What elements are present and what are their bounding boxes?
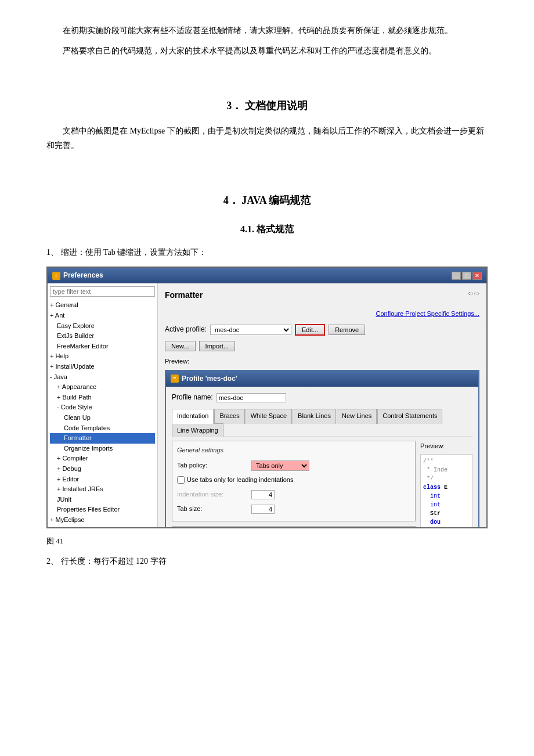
tab-control-statements[interactable]: Control Statements [377, 409, 442, 424]
tree-item[interactable]: + Appearance [50, 382, 155, 393]
preferences-dialog: = Preferences _ □ ✕ + General+ AntEasy E… [46, 267, 488, 529]
tree-item[interactable]: + Build Path [50, 393, 155, 403]
use-tabs-label: Use tabs only for leading indentations [187, 474, 293, 486]
tab-braces[interactable]: Braces [214, 409, 244, 424]
paragraph-3: 文档中的截图是在 MyEclipse 下的截图，由于是初次制定类似的规范，随着以… [46, 124, 488, 153]
profile-select[interactable]: mes-doc [210, 325, 291, 335]
tree-item[interactable]: FreeMarker Editor [50, 341, 155, 352]
tree-item[interactable]: Code Templates [50, 423, 155, 434]
list-item-2: 2、 行长度：每行不超过 120 字符 [46, 554, 488, 568]
tabs-bar: Indentation Braces White Space Blank Lin… [172, 409, 472, 438]
tree-item[interactable]: JUnit [50, 495, 155, 505]
indent-size-label: Indentation size: [177, 489, 247, 501]
tab-size-row: Tab size: [177, 503, 410, 515]
tab-size-label: Tab size: [177, 503, 247, 515]
preview-code-label: Preview: [420, 441, 472, 452]
list-item-1: 1、 缩进：使用 Tab 键缩进，设置方法如下： [46, 245, 488, 260]
profile-dialog-title: Profile 'mes-doc' [182, 373, 237, 386]
tab-policy-row: Tab policy: Tabs only [177, 460, 410, 471]
tab-blank-lines[interactable]: Blank Lines [293, 409, 336, 424]
section-3-title: 3． 文档使用说明 [46, 96, 488, 115]
section-4-title: 4． JAVA 编码规范 [46, 191, 488, 210]
profile-preview: Preview: /** * Inde */ class E int int S… [420, 441, 472, 527]
panel-title: Formatter [165, 288, 203, 303]
figure-label: 图 41 [46, 534, 488, 548]
active-profile-label: Active profile: [165, 323, 207, 336]
dialog-icon: = [52, 272, 60, 280]
paragraph-1: 在初期实施阶段可能大家有些不适应甚至抵触情绪，请大家理解。代码的品质要有所保证，… [46, 23, 488, 38]
tree-item[interactable]: + Plug-in Development [50, 525, 155, 528]
dialog-body: + General+ AntEasy ExploreExtJs BuilderF… [48, 283, 486, 527]
tree-item[interactable]: + Editor [50, 474, 155, 485]
tree-item[interactable]: + Installed JREs [50, 484, 155, 495]
tree-item[interactable]: + Install/Update [50, 362, 155, 372]
tree-item[interactable]: Clean Up [50, 413, 155, 423]
tree-item[interactable]: + Compiler [50, 453, 155, 464]
general-settings-group: General settings Tab policy: Tabs only [172, 441, 416, 521]
profile-left-settings: General settings Tab policy: Tabs only [172, 441, 416, 527]
tree-panel: + General+ AntEasy ExploreExtJs BuilderF… [48, 283, 158, 527]
configure-project-link[interactable]: Configure Project Specific Settings... [376, 310, 479, 317]
maximize-button[interactable]: □ [462, 272, 471, 280]
preview-code-block: /** * Inde */ class E int int Str dou [420, 454, 472, 527]
edit-button[interactable]: Edit... [295, 324, 325, 336]
general-settings-title: General settings [177, 445, 410, 456]
close-button[interactable]: ✕ [472, 272, 482, 280]
tree-item[interactable]: Easy Explore [50, 321, 155, 332]
settings-panel: Formatter ⇦ ⇨ Configure Project Specific… [158, 283, 486, 527]
new-button[interactable]: New... [165, 341, 196, 351]
remove-button[interactable]: Remove [329, 325, 365, 335]
tab-policy-label: Tab policy: [177, 460, 247, 471]
tree-item[interactable]: + MyEclipse [50, 515, 155, 525]
profile-content: General settings Tab policy: Tabs only [172, 441, 472, 527]
profile-icon: = [171, 375, 179, 383]
import-button[interactable]: Import... [199, 341, 235, 351]
toolbar-icons: ⇦ ⇨ [468, 288, 479, 300]
profile-name-input[interactable] [217, 393, 286, 402]
section-41-title: 4.1. 格式规范 [46, 221, 488, 238]
profile-body: Profile name: Indentation Braces White S… [166, 387, 478, 527]
tree-item[interactable]: - Code Style [50, 402, 155, 413]
tree-item[interactable]: Organize Imports [50, 444, 155, 454]
titlebar-controls: _ □ ✕ [452, 272, 482, 280]
tab-white-space[interactable]: White Space [246, 409, 292, 424]
tree-item[interactable]: - Java [50, 372, 155, 383]
tree-item[interactable]: Formatter [50, 433, 155, 444]
active-profile-row: Active profile: mes-doc Edit... Remove [165, 323, 479, 336]
tree-item[interactable]: + Help [50, 351, 155, 362]
profile-name-label: Profile name: [172, 391, 213, 404]
back-icon[interactable]: ⇦ [468, 288, 473, 300]
tree-item[interactable]: ExtJs Builder [50, 331, 155, 341]
alignment-group: Alignment of fields in class declaration… [172, 526, 416, 527]
use-tabs-row: Use tabs only for leading indentations [177, 474, 410, 486]
profile-name-row: Profile name: [172, 391, 472, 404]
profile-titlebar: = Profile 'mes-doc' [166, 371, 478, 387]
right-header: Formatter ⇦ ⇨ [165, 288, 479, 303]
tab-size-input[interactable] [251, 505, 275, 514]
minimize-button[interactable]: _ [452, 272, 461, 280]
tab-policy-select[interactable]: Tabs only [251, 460, 309, 471]
tree-item[interactable]: + Ant [50, 311, 155, 321]
indent-size-input[interactable] [251, 490, 275, 499]
tree-item[interactable]: + General [50, 300, 155, 311]
profile-dialog: = Profile 'mes-doc' Profile name: Indent… [165, 370, 479, 528]
tree-item[interactable]: + Debug [50, 464, 155, 474]
tab-new-lines[interactable]: New Lines [337, 409, 377, 424]
tree-item[interactable]: Properties Files Editor [50, 505, 155, 515]
titlebar-left: = Preferences [52, 269, 103, 282]
tab-indentation[interactable]: Indentation [172, 409, 214, 424]
paragraph-2: 严格要求自己的代码规范，对大家的技术水平提高以及尊重代码艺术和对工作的严谨态度都… [46, 44, 488, 58]
dialog-titlebar: = Preferences _ □ ✕ [48, 268, 486, 284]
forward-icon[interactable]: ⇨ [474, 288, 479, 300]
tab-line-wrapping[interactable]: Line Wrapping [172, 423, 223, 438]
dialog-title: Preferences [63, 269, 103, 282]
new-import-row: New... Import... [165, 341, 479, 351]
tree-container: + General+ AntEasy ExploreExtJs BuilderF… [50, 300, 155, 527]
filter-input[interactable] [50, 286, 155, 297]
preview-label: Preview: [165, 356, 479, 368]
indent-size-row: Indentation size: [177, 489, 410, 501]
use-tabs-checkbox[interactable] [177, 476, 185, 484]
